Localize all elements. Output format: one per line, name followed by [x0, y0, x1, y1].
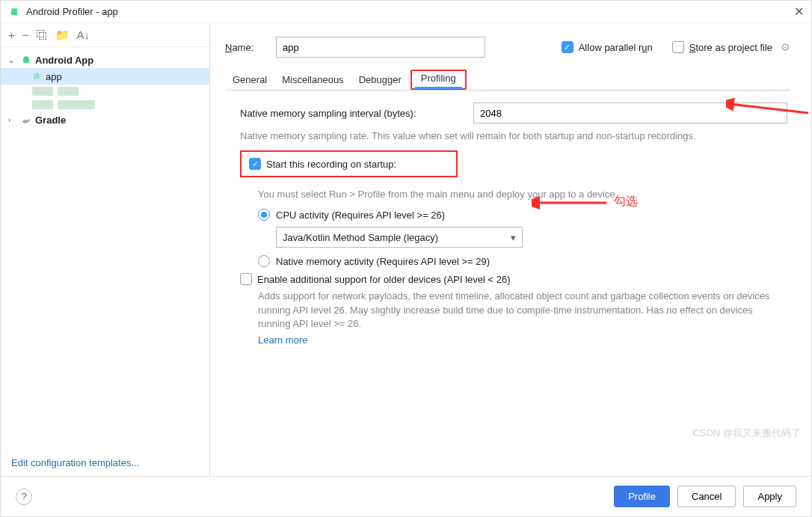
chevron-right-icon: ›: [8, 116, 17, 124]
sidebar: + − ⿻ 📁 A↓ ⌄ Android App app: [1, 23, 210, 476]
footer: ? Profile Cancel Apply: [1, 476, 811, 516]
tab-profiling[interactable]: Profiling: [415, 70, 462, 89]
radio-cpu-activity[interactable]: CPU activity (Requires API level >= 26): [258, 209, 790, 221]
startup-options: CPU activity (Requires API level >= 26) …: [240, 209, 790, 267]
select-value: Java/Kotlin Method Sample (legacy): [283, 232, 438, 243]
gradle-icon: [20, 114, 32, 126]
tabs: General Miscellaneous Debugger Profiling: [225, 70, 790, 91]
copy-icon[interactable]: ⿻: [37, 28, 48, 41]
profiling-content: Native memory sampling interval (bytes):…: [225, 103, 790, 355]
checkbox-icon: [672, 41, 684, 53]
svg-point-0: [12, 10, 13, 11]
tree-node-blur[interactable]: [1, 98, 209, 111]
android-icon: [31, 70, 43, 82]
start-on-startup-row: ✓ Start this recording on startup:: [240, 150, 458, 177]
checkbox-icon: [240, 273, 252, 285]
tab-miscellaneous[interactable]: Miscellaneous: [274, 70, 351, 90]
name-input[interactable]: [276, 37, 485, 58]
radio-native-memory[interactable]: Native memory activity (Requires API lev…: [258, 255, 790, 267]
radio-checked-icon: [258, 209, 270, 221]
older-devices-checkbox[interactable]: Enable additional support for older devi…: [240, 273, 790, 285]
svg-point-1: [15, 10, 16, 11]
checkbox-label: Allow parallel run: [579, 42, 653, 53]
tree-node-gradle[interactable]: › Gradle: [1, 111, 209, 128]
apply-button[interactable]: Apply: [743, 486, 796, 507]
close-icon[interactable]: ✕: [794, 4, 804, 19]
startup-help: You must select Run > Profile from the m…: [240, 188, 763, 201]
allow-parallel-checkbox[interactable]: ✓ Allow parallel run: [562, 41, 653, 53]
remove-icon[interactable]: −: [22, 28, 29, 41]
android-icon: [20, 54, 32, 66]
svg-line-2: [730, 104, 808, 113]
radio-label: CPU activity (Requires API level >= 26): [276, 209, 445, 221]
add-icon[interactable]: +: [8, 28, 15, 41]
folder-icon[interactable]: 📁: [55, 28, 70, 42]
annotation-arrow-icon: [726, 91, 811, 120]
checkbox-checked-icon: ✓: [562, 41, 573, 53]
start-on-startup-checkbox[interactable]: ✓ Start this recording on startup:: [249, 158, 396, 170]
tree-node-app[interactable]: app: [1, 68, 209, 85]
config-tree: ⌄ Android App app › Gradle: [1, 47, 209, 450]
tree-node-blur[interactable]: [1, 85, 209, 98]
radio-label: Native memory activity (Requires API lev…: [276, 256, 490, 267]
tab-general[interactable]: General: [225, 70, 274, 90]
chevron-down-icon: ⌄: [8, 56, 17, 64]
titlebar: Android Profiler - app ✕: [1, 1, 811, 23]
checkbox-label: Store as project file: [689, 42, 772, 53]
name-label: Name:: [225, 42, 267, 53]
checkbox-checked-icon: ✓: [249, 158, 261, 170]
profile-button[interactable]: Profile: [614, 486, 670, 507]
annotation-arrow-icon: [532, 192, 614, 214]
checkbox-label: Start this recording on startup:: [266, 159, 396, 170]
sort-icon[interactable]: A↓: [77, 28, 90, 41]
learn-more-link[interactable]: Learn more: [258, 334, 781, 347]
cancel-button[interactable]: Cancel: [677, 486, 736, 507]
annotation-highlight: Profiling: [410, 70, 467, 90]
radio-icon: [258, 255, 270, 267]
name-row: Name: ✓ Allow parallel run Store as proj…: [225, 37, 790, 58]
blur-icon: [32, 100, 53, 109]
main-panel: Name: ✓ Allow parallel run Store as proj…: [210, 23, 811, 476]
store-project-checkbox[interactable]: Store as project file ⚙: [672, 41, 790, 53]
watermark: CSDN @我又来搬代码了: [692, 426, 801, 440]
sampling-label: Native memory sampling interval (bytes):: [240, 108, 464, 119]
edit-templates-link[interactable]: Edit configuration templates...: [11, 457, 139, 468]
tree-label: Gradle: [35, 114, 66, 126]
tab-debugger[interactable]: Debugger: [351, 70, 409, 90]
annotation-text: 勾选: [614, 194, 638, 209]
body: + − ⿻ 📁 A↓ ⌄ Android App app: [1, 23, 811, 476]
tree-label: Android App: [35, 55, 93, 66]
sampling-help: Native memory sampling rate. This value …: [240, 129, 763, 143]
help-icon[interactable]: ?: [16, 489, 32, 505]
blur-icon: [32, 87, 53, 96]
method-sample-select[interactable]: Java/Kotlin Method Sample (legacy): [276, 227, 523, 248]
sidebar-footer: Edit configuration templates...: [1, 450, 209, 476]
sampling-row: Native memory sampling interval (bytes):: [240, 103, 790, 123]
gear-icon[interactable]: ⚙: [781, 41, 790, 53]
sidebar-toolbar: + − ⿻ 📁 A↓: [1, 23, 209, 47]
tree-label: app: [46, 71, 62, 82]
window-title: Android Profiler - app: [26, 6, 794, 17]
window: Android Profiler - app ✕ + − ⿻ 📁 A↓ ⌄ An…: [0, 0, 812, 517]
tree-node-android-app[interactable]: ⌄ Android App: [1, 52, 209, 68]
checkbox-label: Enable additional support for older devi…: [257, 274, 511, 285]
older-devices-help: Adds support for network payloads, the e…: [258, 290, 781, 347]
android-icon: [8, 6, 20, 18]
